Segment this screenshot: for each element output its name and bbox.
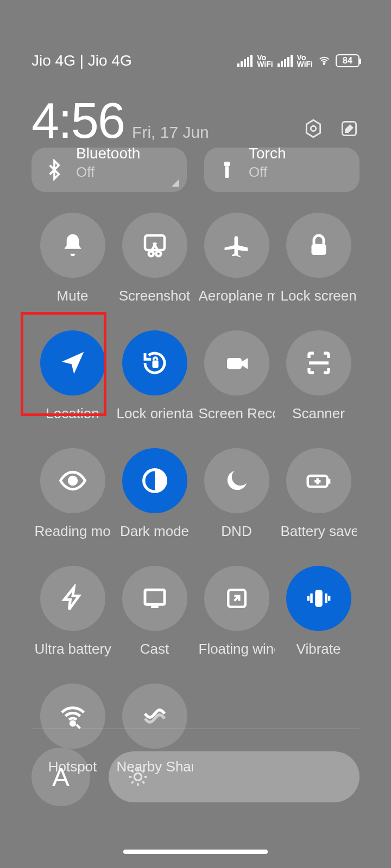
tile-floating[interactable]: Floating windows [195,566,278,658]
tile-label: Vibrate [297,641,341,658]
edit-icon [339,118,360,139]
battery-percent: 84 [343,56,352,66]
tile-label: Location [46,405,99,422]
float-icon [204,566,269,631]
auto-brightness-button[interactable]: A [31,748,90,806]
eye-icon [40,448,105,513]
svg-rect-11 [227,358,242,369]
tile-torch-title: Torch [249,148,286,162]
tile-scanner[interactable]: Scanner [278,330,360,422]
nav-handle[interactable] [123,850,268,854]
tile-label: DND [221,523,251,540]
clock-time: 4:56 [31,95,124,145]
tile-label: Mute [57,288,89,304]
tile-bluetooth-title: Bluetooth [76,148,140,162]
bluetooth-icon [43,159,65,181]
signal-icon-1 [237,55,253,67]
battery-indicator: 84 [336,54,360,67]
tile-dark[interactable]: Dark mode [113,448,195,540]
tile-label: Screenshot [119,288,191,304]
svg-rect-5 [225,166,229,178]
svg-rect-16 [145,590,165,604]
hotspot-icon [40,684,105,749]
tile-label: Cast [140,641,169,658]
settings-button[interactable] [303,118,324,141]
svg-point-2 [311,126,316,131]
vowifi-indicator-2: Vo WiFi [297,54,313,67]
brightness-row: A [31,748,360,806]
tile-vibrate[interactable]: Vibrate [278,566,360,658]
tile-label: Aeroplane mode [199,288,275,304]
contrast-icon [122,448,187,513]
svg-point-21 [134,773,141,780]
clock-row: 4:56 Fri, 17 Jun [31,95,360,145]
tile-reading[interactable]: Reading mode [31,448,113,540]
tile-label: Scanner [292,405,345,422]
tile-location[interactable]: Location [31,330,113,422]
tile-label: Dark mode [120,523,189,540]
svg-marker-1 [306,120,320,137]
tile-cast[interactable]: Cast [113,566,195,658]
tile-bluetooth-sub: Off [76,164,140,181]
brightness-slider[interactable] [109,751,360,802]
lock-icon [286,213,351,278]
tile-label: Ultra battery saver [35,641,111,658]
tile-screenshot[interactable]: Screenshot [113,213,195,304]
divider [31,729,360,729]
signal-icon-2 [278,55,293,67]
brightness-icon [127,766,149,788]
status-bar: Jio 4G | Jio 4G Vo WiFi Vo WiFi 84 [0,52,391,69]
battplus-icon [286,448,351,513]
tile-label: Lock screen [281,288,357,304]
tile-label: Floating windows [199,641,275,658]
nearby-icon [122,684,187,749]
svg-rect-9 [311,244,326,255]
tile-aeroplane[interactable]: Aeroplane mode [195,213,278,304]
expand-icon[interactable] [172,179,179,187]
svg-rect-4 [224,162,230,166]
scan-icon [286,330,351,395]
tile-label: Lock orientation [117,405,193,422]
bell-icon [40,213,105,278]
vowifi-indicator-1: Vo WiFi [257,54,273,67]
large-tile-row: Bluetooth Off Torch Off [31,148,360,192]
vibrate-icon [286,566,351,631]
status-carrier-text: Jio 4G | Jio 4G [31,52,132,69]
quick-settings-grid: MuteScreenshotAeroplane modeLock screenL… [31,213,360,775]
rotlock-icon [122,330,187,395]
tile-torch[interactable]: Torch Off [204,148,360,192]
scissors-icon [122,213,187,278]
tile-label: Reading mode [35,523,111,540]
cast-icon [122,566,187,631]
status-icons: Vo WiFi Vo WiFi 84 [237,54,360,67]
wifi-icon [317,55,331,67]
clock-date: Fri, 17 Jun [132,123,209,142]
tile-label: Battery saver [281,523,357,540]
tile-lockscreen[interactable]: Lock screen [278,213,360,304]
svg-rect-10 [152,361,158,368]
tile-battsave[interactable]: Battery saver [278,448,360,540]
svg-rect-19 [315,590,323,607]
bolt-icon [40,566,105,631]
edit-button[interactable] [339,118,360,141]
svg-point-7 [148,251,153,256]
tile-mute[interactable]: Mute [31,213,113,304]
auto-brightness-label: A [52,762,70,792]
svg-point-0 [324,63,325,65]
tile-screenrec[interactable]: Screen Recorder [195,330,278,422]
tile-lockorient[interactable]: Lock orientation [113,330,195,422]
svg-point-8 [156,251,161,256]
plane-icon [204,213,269,278]
moon-icon [204,448,269,513]
tile-dnd[interactable]: DND [195,448,278,540]
tile-ultrabatt[interactable]: Ultra battery saver [31,566,113,658]
svg-point-12 [69,477,77,484]
tile-torch-sub: Off [249,164,286,181]
tile-bluetooth[interactable]: Bluetooth Off [31,148,187,192]
camcorder-icon [204,330,269,395]
navarrow-icon [40,330,105,395]
svg-rect-15 [327,479,330,484]
tile-label: Screen Recorder [199,405,275,422]
svg-rect-17 [151,606,159,609]
gear-icon [303,118,324,139]
